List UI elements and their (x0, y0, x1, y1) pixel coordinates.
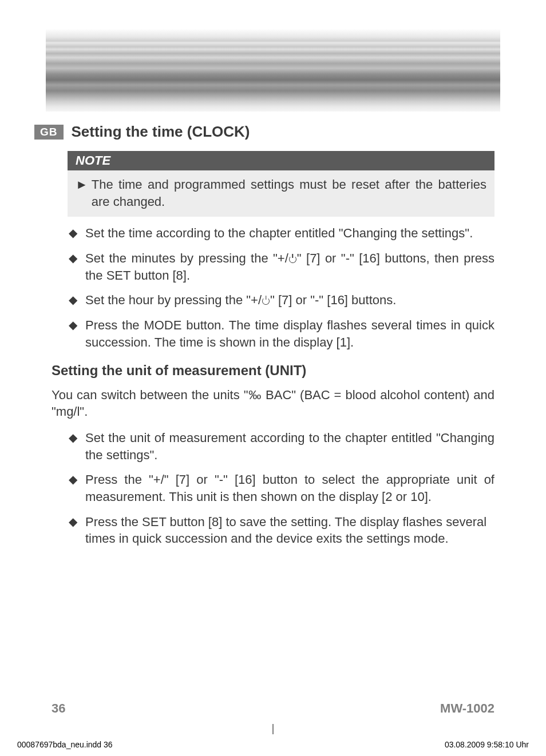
bullet-text: Press the SET button [8] to save the set… (85, 514, 494, 547)
diamond-icon: ◆ (69, 317, 77, 351)
bullet-text: Set the hour by pressing the "+/" [7] or… (85, 292, 494, 309)
bullet-item: ◆ Press the MODE button. The time displa… (68, 317, 494, 351)
diamond-icon: ◆ (69, 471, 77, 505)
note-text: The time and programmed settings must be… (92, 176, 486, 210)
crop-mark-icon (273, 724, 274, 734)
bullet-text: Press the MODE button. The time display … (85, 317, 494, 351)
section1-heading-row: GB Setting the time (CLOCK) (34, 123, 494, 141)
page-number: 36 (52, 701, 65, 716)
bullet-text: Set the unit of measurement according to… (85, 429, 494, 463)
content-area: GB Setting the time (CLOCK) NOTE ► The t… (23, 112, 523, 547)
diamond-icon: ◆ (69, 250, 77, 284)
section1-bullet-list: ◆ Set the time according to the chapter … (68, 225, 494, 351)
power-icon (262, 297, 270, 305)
note-arrow-icon: ► (76, 176, 88, 210)
header-decorative-image (46, 29, 500, 112)
section2-intro: You can switch between the units "‰ BAC"… (52, 387, 494, 420)
bullet-item: ◆ Set the minutes by pressing the "+/" [… (68, 250, 494, 284)
section1-title: Setting the time (CLOCK) (72, 123, 250, 141)
bullet-text: Set the minutes by pressing the "+/" [7]… (85, 250, 494, 284)
bullet-item: ◆ Set the unit of measurement according … (68, 429, 494, 463)
note-label: NOTE (68, 151, 494, 170)
bullet-item: ◆ Set the hour by pressing the "+/" [7] … (68, 292, 494, 309)
diamond-icon: ◆ (69, 225, 77, 242)
model-number: MW-1002 (440, 701, 494, 716)
note-item: ► The time and programmed settings must … (76, 176, 486, 210)
language-badge: GB (34, 125, 64, 140)
note-block: NOTE ► The time and programmed settings … (68, 151, 494, 217)
diamond-icon: ◆ (69, 429, 77, 463)
section2-title: Setting the unit of measurement (UNIT) (52, 363, 494, 379)
page-info-bar: 00087697bda_neu.indd 36 03.08.2009 9:58:… (17, 740, 529, 749)
page-container: GB Setting the time (CLOCK) NOTE ► The t… (0, 0, 546, 756)
bullet-item: ◆ Set the time according to the chapter … (68, 225, 494, 242)
bullet-text: Set the time according to the chapter en… (85, 225, 494, 242)
power-icon (289, 256, 296, 263)
print-timestamp: 03.08.2009 9:58:10 Uhr (445, 740, 529, 749)
diamond-icon: ◆ (69, 514, 77, 547)
bullet-text: Press the "+/" [7] or "-" [16] button to… (85, 471, 494, 505)
page-footer: 36 MW-1002 (52, 701, 494, 716)
diamond-icon: ◆ (69, 292, 77, 309)
source-filename: 00087697bda_neu.indd 36 (17, 740, 113, 749)
section2-bullet-list: ◆ Set the unit of measurement according … (68, 429, 494, 547)
note-body: ► The time and programmed settings must … (68, 170, 494, 217)
bullet-item: ◆ Press the "+/" [7] or "-" [16] button … (68, 471, 494, 505)
bullet-item: ◆ Press the SET button [8] to save the s… (68, 514, 494, 547)
